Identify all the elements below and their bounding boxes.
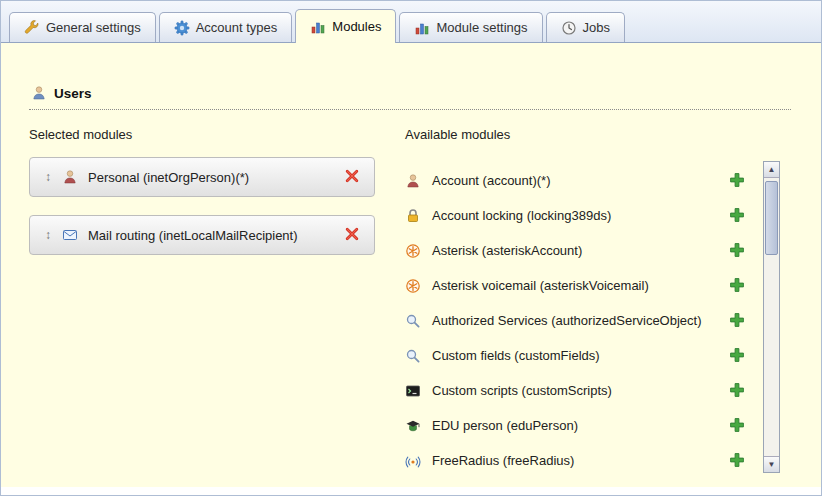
tab-module-settings[interactable]: Module settings	[399, 12, 542, 42]
mail-icon	[62, 227, 80, 243]
module-label: Account locking (locking389ds)	[432, 208, 729, 223]
module-label: FreeRadius (freeRadius)	[432, 453, 729, 468]
module-label: Custom scripts (customScripts)	[432, 383, 729, 398]
scroll-up-button[interactable]: ▲	[764, 162, 779, 178]
available-module-row: EDU person (eduPerson)	[405, 408, 757, 443]
scrollbar-thumb[interactable]	[765, 181, 778, 255]
add-module-button[interactable]	[729, 312, 747, 330]
account-icon	[405, 173, 423, 189]
available-module-row: Asterisk (asteriskAccount)	[405, 233, 757, 268]
remove-module-button[interactable]	[344, 226, 362, 244]
module-label: Account (account)(*)	[432, 173, 729, 188]
available-module-row: Account (account)(*)	[405, 163, 757, 198]
services-icon	[405, 313, 423, 329]
add-module-button[interactable]	[729, 347, 747, 365]
available-module-row: Custom fields (customFields)	[405, 338, 757, 373]
add-module-button[interactable]	[729, 417, 747, 435]
add-module-button[interactable]	[729, 277, 747, 295]
selected-module-item[interactable]: ↕ Personal (inetOrgPerson)(*)	[29, 157, 375, 197]
jobs-icon	[561, 20, 577, 36]
add-module-button[interactable]	[729, 382, 747, 400]
add-module-button[interactable]	[729, 242, 747, 260]
available-modules-heading: Available modules	[405, 127, 510, 142]
magnifier-icon	[405, 348, 423, 364]
tab-modules[interactable]: Modules	[295, 9, 396, 43]
section-divider	[29, 109, 791, 110]
tab-label: General settings	[46, 20, 141, 35]
script-icon	[405, 383, 423, 399]
lam-configuration-page: General settings Account types Modules M…	[0, 0, 822, 496]
wrench-icon	[24, 20, 40, 36]
tab-label: Account types	[196, 20, 278, 35]
selected-modules-list: ↕ Personal (inetOrgPerson)(*) ↕ Mail rou…	[29, 157, 375, 273]
tab-bar: General settings Account types Modules M…	[1, 1, 821, 43]
drag-handle-icon[interactable]: ↕	[40, 170, 56, 184]
available-module-row: Asterisk voicemail (asteriskVoicemail)	[405, 268, 757, 303]
module-label: Asterisk (asteriskAccount)	[432, 243, 729, 258]
add-module-button[interactable]	[729, 207, 747, 225]
add-module-button[interactable]	[729, 452, 747, 470]
tab-general-settings[interactable]: General settings	[9, 12, 156, 42]
scroll-down-button[interactable]: ▼	[764, 456, 779, 472]
available-module-row: Custom scripts (customScripts)	[405, 373, 757, 408]
modules-icon	[310, 19, 326, 35]
users-icon	[31, 85, 47, 101]
available-modules-scrollbar[interactable]: ▲ ▼	[763, 161, 780, 473]
asterisk-icon	[405, 243, 423, 259]
module-label: EDU person (eduPerson)	[432, 418, 729, 433]
section-header: Users	[31, 85, 92, 101]
available-modules-list: Account (account)(*) Account locking (lo…	[405, 163, 757, 478]
page-title: Users	[54, 86, 92, 101]
module-label: Authorized Services (authorizedServiceOb…	[432, 313, 729, 328]
tab-label: Modules	[332, 19, 381, 34]
available-module-row: Authorized Services (authorizedServiceOb…	[405, 303, 757, 338]
module-label: Custom fields (customFields)	[432, 348, 729, 363]
tab-label: Module settings	[436, 20, 527, 35]
tab-account-types[interactable]: Account types	[159, 12, 293, 42]
available-module-row: FreeRadius (freeRadius)	[405, 443, 757, 478]
module-label: Personal (inetOrgPerson)(*)	[88, 170, 344, 185]
selected-module-item[interactable]: ↕ Mail routing (inetLocalMailRecipient)	[29, 215, 375, 255]
lock-icon	[405, 208, 423, 224]
available-module-row: Account locking (locking389ds)	[405, 198, 757, 233]
module-label: Mail routing (inetLocalMailRecipient)	[88, 228, 344, 243]
account-types-icon	[174, 20, 190, 36]
asterisk-icon	[405, 278, 423, 294]
tab-label: Jobs	[583, 20, 610, 35]
content-panel: Users Selected modules Available modules…	[1, 43, 821, 487]
module-label: Asterisk voicemail (asteriskVoicemail)	[432, 278, 729, 293]
selected-modules-heading: Selected modules	[29, 127, 132, 142]
scrollbar-track[interactable]	[764, 178, 779, 456]
remove-module-button[interactable]	[344, 168, 362, 186]
module-settings-icon	[414, 20, 430, 36]
add-module-button[interactable]	[729, 172, 747, 190]
tab-jobs[interactable]: Jobs	[546, 12, 625, 42]
radius-icon	[405, 453, 423, 469]
drag-handle-icon[interactable]: ↕	[40, 228, 56, 242]
person-icon	[62, 169, 80, 185]
graduate-icon	[405, 418, 423, 434]
